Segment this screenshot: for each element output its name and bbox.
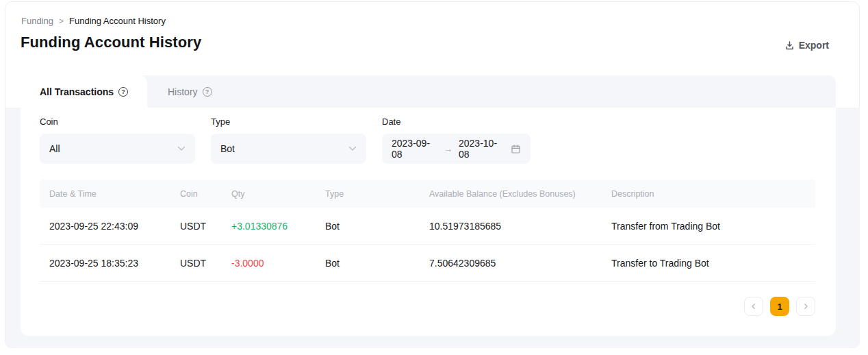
chevron-right-icon: [802, 303, 809, 310]
tab-all-transactions-label: All Transactions: [40, 86, 114, 97]
col-header-type: Type: [316, 189, 420, 199]
cell-balance: 10.51973185685: [420, 221, 602, 232]
coin-filter-group: Coin All: [40, 117, 195, 164]
type-select-value: Bot: [220, 143, 235, 154]
chevron-left-icon: [750, 303, 757, 310]
type-select[interactable]: Bot: [211, 134, 366, 164]
cell-coin: USDT: [170, 258, 222, 269]
range-arrow-icon: →: [444, 144, 452, 154]
page-title: Funding Account History: [21, 34, 201, 51]
cell-description: Transfer to Trading Bot: [602, 258, 815, 269]
chevron-down-icon: [348, 146, 357, 151]
table-row: 2023-09-25 22:43:09 USDT +3.01330876 Bot…: [40, 208, 815, 245]
cell-type: Bot: [316, 221, 420, 232]
main-panel: Coin All Type Bot: [21, 108, 836, 336]
tab-bar: All Transactions ? History ?: [21, 75, 836, 108]
breadcrumb-separator-icon: >: [59, 16, 64, 26]
export-button[interactable]: Export: [784, 40, 829, 51]
cell-datetime: 2023-09-25 22:43:09: [40, 221, 170, 232]
col-header-coin: Coin: [170, 189, 222, 199]
download-icon: [784, 40, 795, 51]
filter-bar: Coin All Type Bot: [40, 117, 531, 164]
coin-select[interactable]: All: [40, 134, 195, 164]
tab-history[interactable]: History ?: [147, 75, 233, 108]
col-header-qty: Qty: [222, 189, 316, 199]
date-range-start: 2023-09-08: [392, 138, 437, 160]
tab-all-transactions[interactable]: All Transactions ?: [21, 75, 147, 108]
tab-history-label: History: [168, 86, 198, 97]
question-circle-icon[interactable]: ?: [203, 87, 212, 97]
pagination-page-1[interactable]: 1: [770, 297, 789, 316]
breadcrumb-funding[interactable]: Funding: [21, 16, 53, 26]
col-header-datetime: Date & Time: [40, 189, 170, 199]
calendar-icon: [511, 144, 521, 154]
table-row: 2023-09-25 18:35:23 USDT -3.0000 Bot 7.5…: [40, 245, 815, 282]
cell-coin: USDT: [170, 221, 222, 232]
funding-account-history-page: Funding > Funding Account History Fundin…: [0, 0, 868, 355]
cell-description: Transfer from Trading Bot: [602, 221, 815, 232]
date-range-end: 2023-10-08: [459, 138, 505, 160]
coin-filter-label: Coin: [40, 117, 195, 127]
breadcrumb: Funding > Funding Account History: [21, 16, 166, 26]
type-filter-label: Type: [211, 117, 366, 127]
export-label: Export: [799, 40, 829, 51]
chevron-down-icon: [177, 146, 186, 151]
breadcrumb-current: Funding Account History: [69, 16, 166, 26]
date-range-picker[interactable]: 2023-09-08 → 2023-10-08: [382, 134, 531, 164]
pagination: 1: [744, 297, 815, 316]
transactions-table: Date & Time Coin Qty Type Available Bala…: [40, 180, 815, 282]
table-header-row: Date & Time Coin Qty Type Available Bala…: [40, 180, 815, 208]
cell-datetime: 2023-09-25 18:35:23: [40, 258, 170, 269]
type-filter-group: Type Bot: [211, 117, 366, 164]
cell-balance: 7.50642309685: [420, 258, 602, 269]
pagination-next-button[interactable]: [796, 297, 815, 316]
date-filter-group: Date 2023-09-08 → 2023-10-08: [382, 117, 531, 164]
pagination-prev-button[interactable]: [744, 297, 763, 316]
col-header-balance: Available Balance (Excludes Bonuses): [420, 189, 602, 199]
coin-select-value: All: [49, 143, 60, 154]
cell-type: Bot: [316, 258, 420, 269]
col-header-description: Description: [602, 189, 815, 199]
cell-qty: -3.0000: [222, 258, 316, 269]
date-filter-label: Date: [382, 117, 531, 127]
cell-qty: +3.01330876: [222, 221, 316, 232]
question-circle-icon[interactable]: ?: [118, 87, 128, 97]
